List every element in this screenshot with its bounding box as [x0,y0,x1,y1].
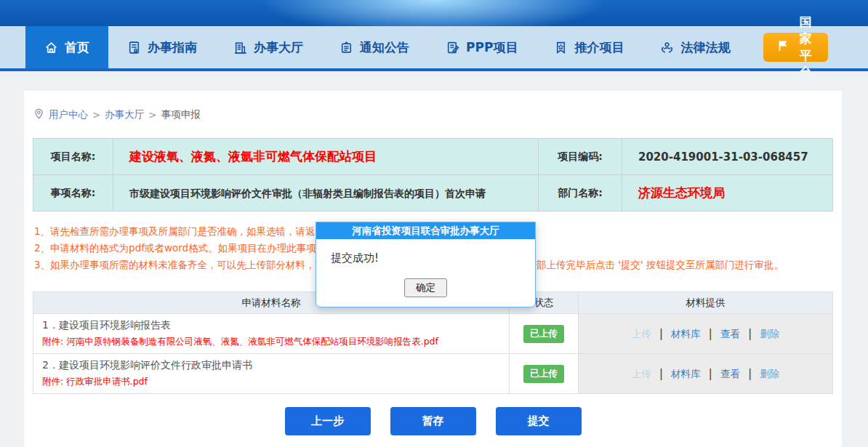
nav-item-label: PPP项目 [466,39,518,56]
project-info-table: 项目名称: 建设液氧、液氮、液氩非可燃气体保配站项目 项目编码: 2020-41… [33,138,833,212]
law-icon [660,41,674,55]
view-link[interactable]: 查看 [720,368,740,379]
hall-icon [233,41,247,55]
status-badge: 已上传 [523,365,564,383]
national-platform-button[interactable]: 国家平台 [763,33,828,62]
location-pin-icon [34,108,44,121]
nav-item-label: 首页 [65,39,89,56]
top-banner [0,0,868,26]
project-name-value: 建设液氧、液氮、液氩非可燃气体保配站项目 [113,139,539,175]
dialog-footer: 确定 [316,270,535,307]
guide-icon [127,41,141,55]
flag-icon [776,39,789,55]
material-row: 1．建设项目环境影响报告表 附件: 河南中原特钢装备制造有限公司液氧、液氮、液氩… [33,314,833,354]
home-icon [44,41,58,55]
nav-item-notice[interactable]: 通知公告 [337,26,412,68]
main-nav: 首页 办事指南 办事大厅 通知公告 PPP项目 推介项目 法律法规 国家平台 [0,26,868,68]
nav-item-label: 推介项目 [574,39,624,56]
action-separator: | [709,366,712,380]
upload-link[interactable]: 上传 [632,368,651,379]
project-name-label: 项目名称: [33,139,113,175]
nav-item-law[interactable]: 法律法规 [657,26,733,68]
breadcrumb-separator: > [148,109,156,121]
action-separator: | [748,326,752,340]
project-code-label: 项目编码: [539,139,622,175]
nav-item-hall[interactable]: 办事大厅 [230,26,306,68]
nav-item-label: 办事指南 [148,39,197,56]
promote-icon [554,41,568,55]
material-status-cell: 已上传 [510,314,579,354]
material-status-cell: 已上传 [510,354,579,394]
nav-item-ppp[interactable]: PPP项目 [443,26,521,68]
status-badge: 已上传 [523,325,564,343]
item-name-value: 市级建设项目环境影响评价文件审批（非辐射类且编制报告表的项目）首次申请 [113,175,539,212]
nav-item-home[interactable]: 首页 [25,26,108,68]
app-window: 首页 办事指南 办事大厅 通知公告 PPP项目 推介项目 法律法规 国家平台 [0,0,868,447]
material-actions-cell: 上传|材料库|查看|删除 [579,354,833,394]
material-attachment[interactable]: 附件: 河南中原特钢装备制造有限公司液氧、液氮、液氩非可燃气体保配站项目环境影响… [42,336,500,348]
material-actions-cell: 上传|材料库|查看|删除 [579,314,833,354]
project-code-value: 2020-419001-31-03-068457 [622,139,833,175]
submit-button[interactable]: 提交 [496,407,582,435]
breadcrumb-user-center[interactable]: 用户中心 [49,108,88,121]
view-link[interactable]: 查看 [720,328,740,339]
material-library-link[interactable]: 材料库 [671,328,701,339]
breadcrumb: 用户中心 > 办事大厅 > 事项申报 [24,91,842,121]
nav-item-label: 办事大厅 [254,39,303,56]
breadcrumb-service-hall[interactable]: 办事大厅 [105,108,144,121]
save-draft-button[interactable]: 暂存 [390,407,476,435]
nav-item-label: 法律法规 [680,39,730,56]
material-name-cell: 1．建设项目环境影响报告表 附件: 河南中原特钢装备制造有限公司液氧、液氮、液氩… [33,314,510,354]
material-row: 2．建设项目环境影响评价文件行政审批申请书 附件: 行政审批申请书.pdf 已上… [33,354,833,394]
project-info-row: 项目名称: 建设液氧、液氮、液氩非可燃气体保配站项目 项目编码: 2020-41… [33,139,833,175]
action-separator: | [748,366,752,380]
material-name-cell: 2．建设项目环境影响评价文件行政审批申请书 附件: 行政审批申请书.pdf [33,354,510,394]
action-separator: | [659,326,663,340]
dialog-message: 提交成功! [316,239,535,270]
notice-icon [339,41,353,55]
nav-item-promote[interactable]: 推介项目 [551,26,627,68]
dialog-title: 河南省投资项目联合审批办事大厅 [316,222,535,239]
ppp-icon [446,41,459,55]
delete-link[interactable]: 删除 [760,368,779,379]
delete-link[interactable]: 删除 [760,328,779,339]
item-name-label: 事项名称: [33,175,113,212]
confirm-button[interactable]: 确定 [404,278,447,297]
previous-step-button[interactable]: 上一步 [285,407,371,435]
project-info-row: 事项名称: 市级建设项目环境影响评价文件审批（非辐射类且编制报告表的项目）首次申… [33,175,833,212]
material-name: 2．建设项目环境影响评价文件行政审批申请书 [42,359,500,372]
material-attachment[interactable]: 附件: 行政审批申请书.pdf [42,376,500,388]
header-provide: 材料提供 [579,292,833,314]
nav-item-label: 通知公告 [360,39,409,56]
department-value: 济源生态环境局 [622,175,833,212]
footer-button-bar: 上一步 暂存 提交 [24,407,842,435]
submit-success-dialog: 河南省投资项目联合审批办事大厅 提交成功! 确定 [316,222,536,307]
material-library-link[interactable]: 材料库 [671,368,701,379]
nav-item-guide[interactable]: 办事指南 [124,26,200,68]
breadcrumb-separator: > [92,109,100,121]
material-name: 1．建设项目环境影响报告表 [42,319,500,332]
breadcrumb-current: 事项申报 [161,108,201,121]
action-separator: | [709,326,712,340]
department-label: 部门名称: [539,175,622,212]
upload-link[interactable]: 上传 [632,328,651,339]
action-separator: | [659,366,663,380]
